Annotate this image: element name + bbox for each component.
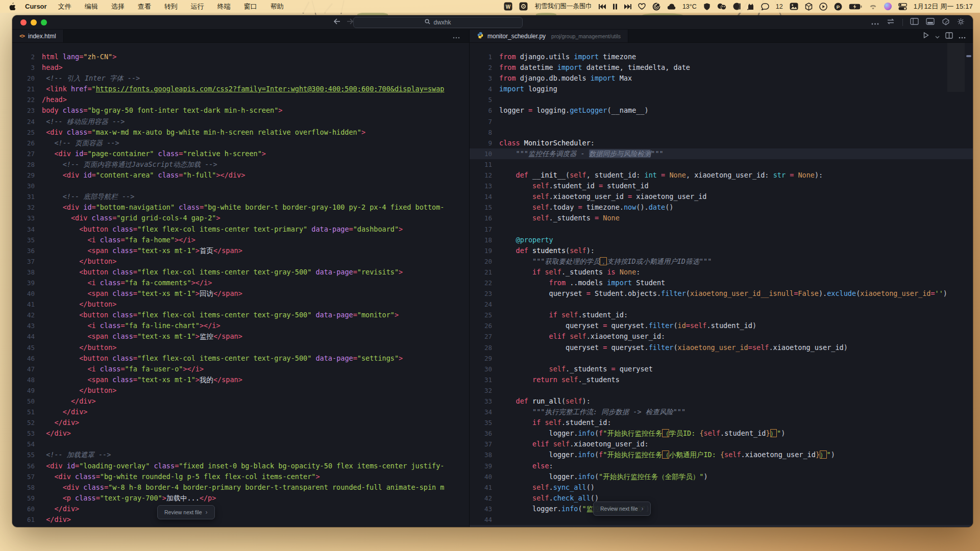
code-line[interactable]: 22 from ..models import Student	[470, 278, 973, 288]
code-line[interactable]: 32 <div id="bottom-navigation" class="bg…	[12, 202, 469, 213]
control-center-icon[interactable]	[898, 3, 907, 10]
back-button[interactable]	[333, 18, 341, 27]
code-line[interactable]: 44	[470, 514, 973, 525]
code-line[interactable]: 31 <!-- 底部导航栏 -->	[12, 191, 469, 202]
spiral-app-icon[interactable]	[652, 3, 660, 11]
code-line[interactable]: 38 logger.info(f"开始执行监控任务（小鹅通用户ID: {self…	[470, 449, 973, 460]
code-line[interactable]: 36 <span class="text-xs mt-1">首页</span>	[12, 245, 469, 256]
code-line[interactable]: 6logger = logging.getLogger(__name__)	[470, 105, 973, 116]
code-line[interactable]: 54	[12, 439, 469, 449]
code-line[interactable]: 19 def students(self):	[470, 245, 973, 256]
code-line[interactable]: 23body class="bg-gray-50 font-inter text…	[12, 105, 469, 116]
code-line[interactable]: 26 queryset = queryset.filter(id=self.st…	[470, 320, 973, 331]
code-line[interactable]: 29 <div id="content-area" class="h-full"…	[12, 170, 469, 181]
code-line[interactable]: 35 if self.student_id:	[470, 417, 973, 428]
weather-temp[interactable]: 13°C	[682, 3, 697, 10]
cube-app-icon[interactable]	[805, 3, 813, 11]
code-line[interactable]: 10 """监控任务调度器 - 数据同步与风险检测"""	[470, 148, 973, 159]
code-line[interactable]: 8	[470, 127, 973, 138]
now-playing-title[interactable]: 初雪我们围一条围巾	[534, 2, 592, 11]
code-line[interactable]: 43 <i class="fa fa-line-chart"></i>	[12, 320, 469, 331]
capture-app-icon[interactable]	[519, 2, 528, 11]
code-line[interactable]: 15 self.today = timezone.now().date()	[470, 202, 973, 213]
code-line[interactable]: 55 <!-- 加载遮罩 -->	[12, 449, 469, 460]
tab-index-html[interactable]: <> index.html	[12, 30, 64, 42]
code-line[interactable]: 1from django.utils import timezone	[470, 52, 973, 62]
code-line[interactable]: 3head>	[12, 62, 469, 73]
code-line[interactable]: 42 self.check_all()	[470, 493, 973, 504]
code-line[interactable]: 38 <button class="flex flex-col items-ce…	[12, 267, 469, 278]
cat-app-icon[interactable]	[747, 3, 754, 10]
code-line[interactable]: 51 </div>	[12, 407, 469, 417]
code-line[interactable]: 56 <div id="loading-overlay" class="fixe…	[12, 461, 469, 471]
code-line[interactable]: 25 if self.student_id:	[470, 310, 973, 320]
sync-arrows-icon[interactable]	[886, 18, 895, 27]
chat-count[interactable]: 12	[776, 3, 783, 10]
code-line[interactable]: 41 self.sync_all()	[470, 482, 973, 493]
code-line[interactable]: 46 <button class="flex flex-col items-ce…	[12, 353, 469, 364]
apple-menu-icon[interactable]	[9, 3, 16, 10]
split-editor-icon[interactable]	[945, 32, 953, 41]
code-line[interactable]: 49 </button>	[12, 385, 469, 396]
run-dropdown-chevron-icon[interactable]	[935, 32, 940, 41]
code-line[interactable]: 41 </button>	[12, 299, 469, 310]
code-line[interactable]: 50 </div>	[12, 396, 469, 407]
code-line[interactable]: 35 <i class="fa fa-home"></i>	[12, 235, 469, 245]
code-line[interactable]: 45 </button>	[12, 342, 469, 353]
siri-icon[interactable]	[884, 3, 892, 10]
menu-item-6[interactable]: 终端	[217, 2, 231, 11]
run-file-icon[interactable]	[922, 32, 929, 41]
code-line[interactable]: 21 <link href="https://fonts.googleapis.…	[12, 84, 469, 94]
weather-cloud-icon[interactable]	[667, 3, 676, 10]
code-line[interactable]: 30	[12, 181, 469, 191]
code-line[interactable]: 59 <p class="text-gray-700">加载中...</p>	[12, 493, 469, 504]
code-line[interactable]: 39 <i class="fa fa-comments"></i>	[12, 278, 469, 288]
zoom-button[interactable]	[41, 19, 47, 26]
editor-more-icon[interactable]	[959, 32, 966, 41]
toggle-sidebar-icon[interactable]	[910, 18, 919, 27]
shield-icon[interactable]	[703, 3, 710, 11]
editor-pane-html[interactable]: 2html lang="zh-CN">3head>20 <!-- 引入 Inte…	[12, 43, 470, 527]
code-line[interactable]: 40 <span class="text-xs mt-1">回访</span>	[12, 288, 469, 299]
media-previous-icon[interactable]	[599, 4, 606, 10]
code-line[interactable]: 53 </div>	[12, 428, 469, 439]
media-pause-icon[interactable]	[612, 4, 618, 10]
code-line[interactable]: 33 <div class="grid grid-cols-4 gap-2">	[12, 213, 469, 223]
code-line[interactable]: 20 """获取要处理的学员，支持按ID或小鹅通用户ID筛选"""	[470, 256, 973, 267]
menu-item-8[interactable]: 帮助	[271, 2, 284, 11]
code-line[interactable]: 29	[470, 353, 973, 364]
menu-bar-clock[interactable]: 1月12日 周一 15:17	[914, 2, 973, 11]
more-actions-icon[interactable]	[871, 18, 879, 27]
code-line[interactable]: 47 <i class="fa fa-user-o"></i>	[12, 364, 469, 374]
wifi-icon[interactable]	[869, 4, 877, 10]
app-menu-cursor[interactable]: Cursor	[25, 3, 47, 10]
editor-pane-python[interactable]: 1from django.utils import timezone2from …	[470, 43, 973, 527]
code-line[interactable]: 14 self.xiaoetong_user_id = xiaoetong_us…	[470, 191, 973, 202]
code-line[interactable]: 24 <!-- 移动应用容器 -->	[12, 116, 469, 127]
ai-copilot-icon[interactable]	[942, 18, 950, 28]
code-line[interactable]: 23 queryset = Student.objects.filter(xia…	[470, 288, 973, 299]
code-line[interactable]: 45 def sync_all(self):	[470, 525, 973, 527]
code-line[interactable]: 25 <div class="max-w-md mx-auto bg-white…	[12, 127, 469, 138]
code-line[interactable]: 40 logger.info("开始执行监控任务（全部学员）")	[470, 471, 973, 482]
code-line[interactable]: 43 logger.info("监控任务执行完成")	[470, 504, 973, 514]
settings-gear-icon[interactable]	[957, 18, 965, 28]
code-line[interactable]: 32	[470, 385, 973, 396]
chat-bubble-icon[interactable]	[761, 3, 769, 10]
menu-item-3[interactable]: 查看	[138, 2, 151, 11]
code-line[interactable]: 2from datetime import datetime, timedelt…	[470, 62, 973, 73]
code-line[interactable]: 28 queryset = queryset.filter(xiaoetong_…	[470, 342, 973, 353]
code-line[interactable]: 39 else:	[470, 461, 973, 471]
parallels-icon[interactable]: P	[834, 3, 842, 11]
code-line[interactable]: 57 <div class="bg-white rounded-lg p-5 f…	[12, 471, 469, 482]
code-line[interactable]: 21 if self._students is None:	[470, 267, 973, 278]
code-line[interactable]: 42 <button class="flex flex-col items-ce…	[12, 310, 469, 320]
code-line[interactable]: 9class MonitorScheduler:	[470, 138, 973, 148]
scrollbar-thumb[interactable]	[966, 55, 971, 57]
code-line[interactable]: 11	[470, 159, 973, 170]
code-line[interactable]: 37 elif self.xiaoetong_user_id:	[470, 439, 973, 449]
minimize-button[interactable]	[31, 19, 37, 26]
code-line[interactable]: 52 </div>	[12, 417, 469, 428]
code-line[interactable]: 13 self.student_id = student_id	[470, 181, 973, 191]
heart-icon[interactable]	[638, 3, 646, 10]
